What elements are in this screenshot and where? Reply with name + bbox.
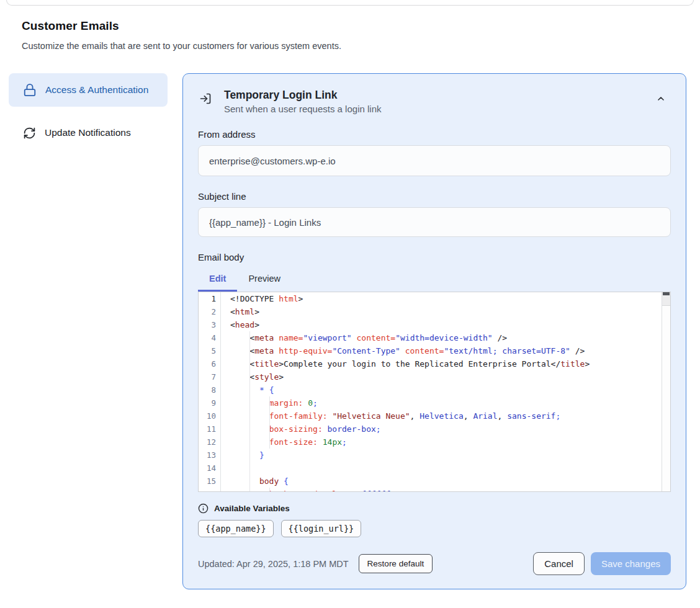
code-token: <!DOCTYPE xyxy=(230,294,279,303)
indent-guide xyxy=(249,488,250,491)
line-number: 3 xyxy=(199,318,220,331)
cancel-button[interactable]: Cancel xyxy=(533,552,585,575)
code-token: { xyxy=(284,476,289,486)
from-address-input[interactable] xyxy=(198,145,671,176)
save-changes-button[interactable]: Save changes xyxy=(591,552,671,575)
code-line: <!DOCTYPE html> xyxy=(221,292,670,305)
email-settings-card: Temporary Login Link Sent when a user re… xyxy=(182,73,686,589)
code-token xyxy=(318,437,323,447)
code-line: * { xyxy=(221,383,670,396)
sidebar-item-label: Access & Authentication xyxy=(45,83,148,97)
code-token: "width=device-width" xyxy=(395,333,493,342)
code-token: head xyxy=(235,320,254,329)
code-line: <style> xyxy=(221,370,670,383)
code-token: < xyxy=(230,307,235,316)
code-token: ; xyxy=(342,437,347,447)
line-number: 7 xyxy=(199,370,220,383)
variable-chip[interactable]: {{login_url}} xyxy=(281,520,362,537)
refresh-icon xyxy=(23,127,36,140)
code-line: font-family: "Helvetica Neue", Helvetica… xyxy=(221,409,670,422)
page-subtitle: Customize the emails that are sent to yo… xyxy=(22,41,678,51)
chevron-up-icon xyxy=(656,96,666,105)
line-number: 13 xyxy=(199,449,220,462)
info-icon xyxy=(198,503,209,514)
code-token: margin: xyxy=(269,398,303,408)
code-token: } xyxy=(259,450,264,460)
code-token: , xyxy=(464,411,473,421)
line-number: 1 xyxy=(199,292,220,305)
code-token: /> xyxy=(493,333,507,342)
line-number: 15 xyxy=(199,475,220,488)
subject-line-input[interactable] xyxy=(198,207,671,237)
editor-code[interactable]: <!DOCTYPE html><html><head> <meta name="… xyxy=(221,292,670,491)
indent-guide xyxy=(269,436,270,449)
line-number: 10 xyxy=(199,409,220,422)
sidebar-item-update-notifications[interactable]: Update Notifications xyxy=(9,118,168,148)
panel-subtitle: Sent when a user requests a login link xyxy=(224,104,381,114)
indent-guide xyxy=(269,422,270,436)
sidebar-item-label: Update Notifications xyxy=(45,125,131,140)
tab-edit[interactable]: Edit xyxy=(198,274,237,292)
code-token: 14px xyxy=(323,437,342,447)
code-token: < xyxy=(230,372,254,382)
indent-guide xyxy=(269,396,270,409)
variable-chips: {{app_name}}{{login_url}} xyxy=(198,520,671,537)
code-token: * xyxy=(259,385,264,395)
code-token xyxy=(279,476,284,486)
tab-preview[interactable]: Preview xyxy=(237,274,292,292)
editor-scrollbar-thumb[interactable] xyxy=(663,292,670,295)
code-token: ; xyxy=(376,424,381,434)
code-token xyxy=(230,476,259,486)
code-token: < xyxy=(230,346,254,355)
code-line: <meta http-equiv="Content-Type" content=… xyxy=(221,344,670,357)
code-token: name= xyxy=(279,333,303,342)
lock-icon xyxy=(23,83,37,97)
line-number: 4 xyxy=(199,331,220,344)
code-token: "Helvetica Neue" xyxy=(332,411,410,421)
line-number: 16 xyxy=(199,488,220,492)
restore-default-button[interactable]: Restore default xyxy=(359,554,433,573)
code-token: meta xyxy=(254,346,274,355)
indent-guide xyxy=(249,436,250,449)
code-token: < xyxy=(230,333,254,342)
code-token xyxy=(230,450,259,460)
code-token: "viewport" xyxy=(303,333,351,342)
code-token: >Complete your login to the Replicated E… xyxy=(279,359,560,369)
code-token: ; xyxy=(390,490,395,491)
indent-guide xyxy=(249,409,250,422)
line-number: 9 xyxy=(199,396,220,409)
variable-chip[interactable]: {{app_name}} xyxy=(198,520,274,537)
code-token: "Content-Type" xyxy=(332,346,400,355)
code-editor[interactable]: 12345678910111213141516 <!DOCTYPE html><… xyxy=(198,292,671,492)
panel-footer: Updated: Apr 29, 2025, 1:18 PM MDT Resto… xyxy=(198,552,671,575)
indent-guide xyxy=(249,383,250,396)
line-number: 12 xyxy=(199,436,220,449)
line-number: 2 xyxy=(199,305,220,318)
code-token: font-size: xyxy=(269,437,318,447)
email-body-tabs: EditPreview xyxy=(198,274,671,292)
indent-guide xyxy=(249,422,250,436)
code-token: sans-serif xyxy=(507,411,555,421)
code-token: > xyxy=(298,294,303,303)
code-line: <meta name="viewport" content="width=dev… xyxy=(221,331,670,344)
code-token: , xyxy=(498,411,508,421)
code-token xyxy=(352,490,357,491)
editor-scrollbar[interactable] xyxy=(662,292,670,491)
code-token: { xyxy=(269,385,274,395)
code-line: body { xyxy=(221,475,670,488)
indent-guide xyxy=(249,462,250,475)
code-token: 0 xyxy=(308,398,313,408)
code-line: font-size: 14px; xyxy=(221,436,670,449)
sidebar-item-access-authentication[interactable]: Access & Authentication xyxy=(9,73,168,107)
collapse-button[interactable] xyxy=(651,89,671,110)
code-line xyxy=(221,462,670,475)
code-line: background-color: #ffffff; xyxy=(221,488,670,491)
code-token: > xyxy=(254,307,259,316)
code-token: box-sizing: xyxy=(269,424,323,434)
code-token: html xyxy=(235,307,254,316)
indent-guide xyxy=(249,449,250,462)
line-number: 6 xyxy=(199,357,220,370)
code-line: <head> xyxy=(221,318,670,331)
subject-line-label: Subject line xyxy=(198,191,671,202)
editor-gutter: 12345678910111213141516 xyxy=(199,292,221,491)
